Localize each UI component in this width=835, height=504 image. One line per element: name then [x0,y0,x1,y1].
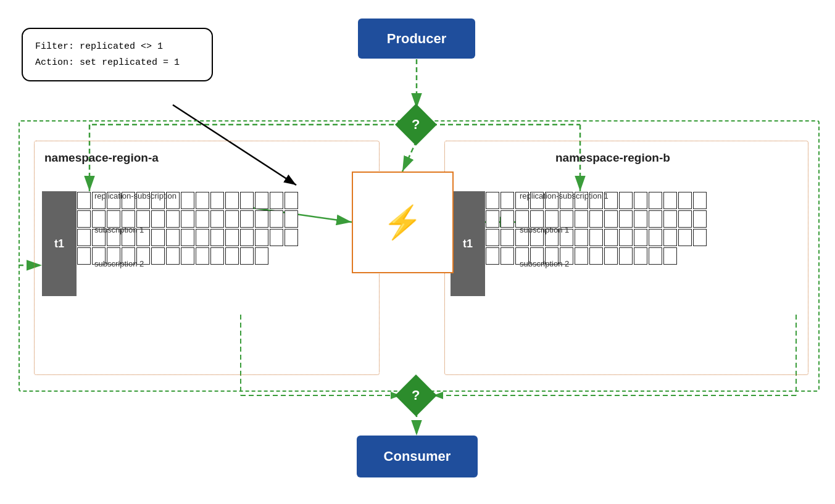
function-box: ⚡ [352,171,454,273]
cell [196,229,209,246]
cell [181,192,194,209]
cell [225,192,239,209]
cell [151,229,165,246]
consumer-box: Consumer [357,436,478,477]
cell [634,210,647,228]
sub-label-sub1-b: subscription 1 [520,225,569,234]
cell [663,247,677,265]
cell [486,247,499,265]
cell [255,192,268,209]
cell [240,247,254,265]
cell [285,229,298,246]
cell [196,210,209,228]
topic-a-partitions [77,191,299,296]
cell [255,247,268,265]
cell [486,229,499,246]
cell [634,229,647,246]
sub-label-sub1-a: subscription 1 [94,225,144,234]
cell [77,247,91,265]
cell [604,229,618,246]
cell [270,192,283,209]
cell [575,229,588,246]
cell [486,210,499,228]
cell [486,192,499,209]
region-a-label: namespace-region-a [44,151,159,165]
cell [181,210,194,228]
topic-b-label: t1 [451,191,485,296]
cell [693,229,707,246]
cell [663,210,677,228]
speech-bubble-line2: Action: set replicated = 1 [35,55,199,71]
partition-row-sub2b-b [485,247,707,265]
cell [575,247,588,265]
cell [225,210,239,228]
partition-row-sub2-b [485,228,707,247]
cell [77,210,91,228]
cell [77,229,91,246]
producer-box: Producer [358,19,475,59]
producer-label: Producer [387,31,447,47]
cell [225,247,239,265]
cell [210,192,224,209]
cell [649,210,662,228]
cell [270,210,283,228]
cell [663,229,677,246]
cell [225,229,239,246]
cell [151,210,165,228]
cell [678,210,692,228]
topic-b-block: t1 [451,191,707,296]
cell [589,247,603,265]
cell [575,210,588,228]
cell [501,192,514,209]
cell [166,229,180,246]
cell [196,247,209,265]
cell [285,210,298,228]
sub-label-sub2-b: subscription 2 [520,259,569,268]
diagram-container: Filter: replicated <> 1 Action: set repl… [0,0,835,504]
cell [166,210,180,228]
cell [693,192,707,209]
cell [181,229,194,246]
cell [649,229,662,246]
cell [501,247,514,265]
topic-b-partitions [485,191,707,296]
cell [240,210,254,228]
cell [77,192,91,209]
cell [604,247,618,265]
consumer-label: Consumer [384,448,451,465]
cell [210,210,224,228]
cell [604,210,618,228]
topic-a-block: t1 [42,191,299,296]
speech-bubble: Filter: replicated <> 1 Action: set repl… [22,28,213,81]
cell [240,192,254,209]
cell [255,229,268,246]
cell [649,247,662,265]
cell [270,229,283,246]
cell [619,192,633,209]
cell [619,210,633,228]
cell [181,247,194,265]
cell [678,229,692,246]
region-b-label: namespace-region-b [555,151,670,165]
cell [151,247,165,265]
cell [285,192,298,209]
cell [501,210,514,228]
cell [663,192,677,209]
speech-bubble-line1: Filter: replicated <> 1 [35,39,199,55]
cell [210,229,224,246]
cell [196,192,209,209]
topic-a-label: t1 [42,191,77,296]
cell [649,192,662,209]
cell [255,210,268,228]
cell [634,192,647,209]
cell [501,229,514,246]
cell [693,210,707,228]
cell [240,229,254,246]
sub-label-replication-b: replication-subscription 1 [520,191,609,200]
cell [619,247,633,265]
lightning-icon: ⚡ [383,204,423,241]
cell [589,229,603,246]
cell [678,192,692,209]
cell [210,247,224,265]
cell [589,210,603,228]
